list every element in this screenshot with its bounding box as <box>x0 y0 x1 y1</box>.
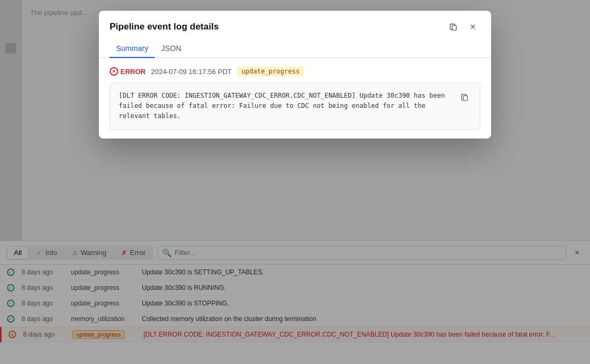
svg-rect-0 <box>452 25 456 30</box>
event-header-row: ✕ ERROR 2024-07-09 16:17:56 PDT update_p… <box>110 67 480 76</box>
modal-close-button[interactable]: × <box>465 19 480 34</box>
error-level-badge: ✕ ERROR <box>110 67 146 76</box>
error-message-text: [DLT ERROR CODE: INGESTION_GATEWAY_CDC_E… <box>119 91 453 122</box>
modal-overlay: Pipeline event log details × Summary JSO… <box>0 0 590 364</box>
svg-rect-1 <box>463 96 467 100</box>
modal-header: Pipeline event log details × <box>99 11 491 34</box>
modal-tabs: Summary JSON <box>99 40 491 58</box>
copy-header-button[interactable] <box>446 19 461 34</box>
error-message-box: [DLT ERROR CODE: INGESTION_GATEWAY_CDC_E… <box>110 83 480 130</box>
error-x-icon: ✕ <box>110 67 118 76</box>
tab-json[interactable]: JSON <box>155 40 188 58</box>
modal-body: ✕ ERROR 2024-07-09 16:17:56 PDT update_p… <box>99 58 491 139</box>
modal-header-actions: × <box>446 19 480 34</box>
copy-icon <box>450 23 457 31</box>
copy-msg-icon <box>461 93 469 101</box>
event-timestamp: 2024-07-09 16:17:56 PDT <box>151 68 232 76</box>
modal-title: Pipeline event log details <box>110 21 219 32</box>
copy-message-button[interactable] <box>458 91 471 104</box>
tab-summary[interactable]: Summary <box>110 40 155 58</box>
event-level-text: ERROR <box>120 68 146 76</box>
event-type-pill: update_progress <box>237 67 304 76</box>
modal-dialog: Pipeline event log details × Summary JSO… <box>99 11 491 139</box>
